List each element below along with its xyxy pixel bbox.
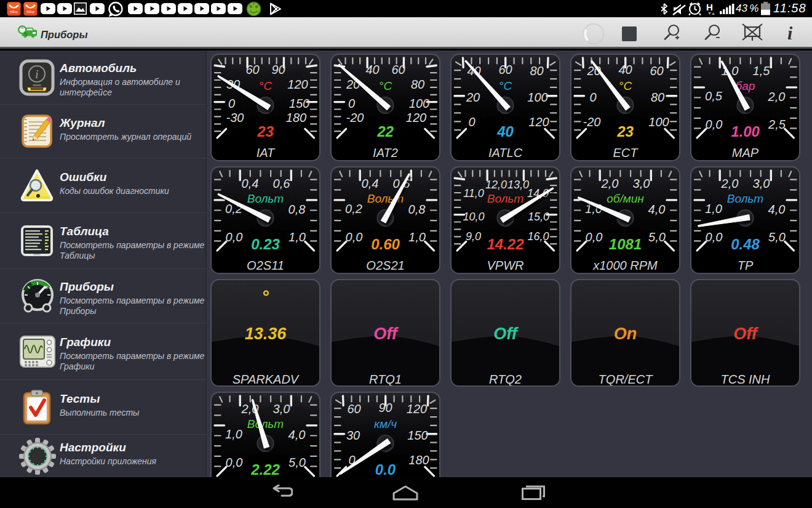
- svg-text:2,5: 2,5: [768, 118, 786, 131]
- svg-text:IATLC: IATLC: [488, 146, 523, 159]
- svg-text:1,5: 1,5: [753, 64, 771, 78]
- svg-text:0.23: 0.23: [251, 236, 280, 252]
- svg-text:Off: Off: [733, 325, 759, 343]
- svg-text:TQR/ECT: TQR/ECT: [599, 373, 654, 386]
- svg-text:0,5: 0,5: [705, 89, 723, 103]
- svg-text:120: 120: [407, 402, 427, 416]
- svg-text:1,0: 1,0: [408, 230, 426, 244]
- svg-text:80: 80: [411, 78, 424, 91]
- svg-text:O2S11: O2S11: [247, 259, 284, 272]
- svg-text:SPARKADV: SPARKADV: [233, 373, 300, 386]
- svg-text:°C: °C: [379, 79, 392, 92]
- svg-text:120: 120: [406, 111, 426, 124]
- svg-text:10,0: 10,0: [463, 211, 484, 223]
- svg-text:3,0: 3,0: [753, 177, 770, 190]
- svg-text:RTQ1: RTQ1: [369, 373, 402, 386]
- svg-text:16,0: 16,0: [527, 230, 549, 243]
- svg-text:100: 100: [409, 97, 429, 110]
- svg-text:0.0: 0.0: [375, 461, 396, 478]
- svg-text:4,0: 4,0: [648, 203, 666, 216]
- svg-text:IAT2: IAT2: [373, 146, 398, 159]
- svg-text:ECT: ECT: [613, 146, 639, 159]
- svg-text:100: 100: [527, 91, 547, 104]
- svg-text:180: 180: [408, 453, 429, 467]
- svg-text:0,0: 0,0: [586, 230, 603, 244]
- svg-text:5,0: 5,0: [768, 230, 786, 244]
- svg-text:2.22: 2.22: [250, 461, 280, 478]
- svg-text:5,0: 5,0: [289, 456, 306, 469]
- svg-text:40: 40: [618, 63, 632, 76]
- svg-text:км/ч: км/ч: [374, 417, 397, 430]
- svg-text:4,0: 4,0: [289, 428, 306, 441]
- svg-text:0,8: 0,8: [408, 203, 426, 216]
- svg-text:120: 120: [528, 115, 549, 129]
- svg-text:0,0: 0,0: [226, 230, 243, 244]
- svg-text:0.48: 0.48: [731, 236, 760, 252]
- svg-text:1,0: 1,0: [289, 230, 306, 244]
- svg-text:0,0: 0,0: [706, 230, 723, 244]
- svg-text:Вольт: Вольт: [247, 192, 284, 205]
- svg-text:Вольт: Вольт: [727, 192, 763, 205]
- svg-text:22: 22: [376, 123, 394, 140]
- svg-text:On: On: [614, 325, 637, 343]
- svg-text:80: 80: [530, 64, 543, 78]
- svg-text:0.60: 0.60: [371, 236, 400, 252]
- svg-text:80: 80: [651, 91, 664, 104]
- svg-text:IAT: IAT: [257, 146, 276, 159]
- svg-text:150: 150: [289, 97, 309, 110]
- svg-text:60: 60: [650, 64, 663, 78]
- svg-text:0,4: 0,4: [242, 177, 259, 190]
- svg-text:23: 23: [616, 123, 634, 140]
- svg-text:11,0: 11,0: [463, 187, 484, 200]
- svg-text:40: 40: [496, 123, 514, 140]
- svg-text:1.00: 1.00: [731, 123, 760, 140]
- svg-text:°C: °C: [259, 79, 273, 92]
- svg-text:120: 120: [287, 78, 308, 91]
- svg-text:14.22: 14.22: [487, 236, 524, 252]
- svg-text:60: 60: [347, 402, 360, 416]
- svg-text:-20: -20: [346, 111, 364, 124]
- svg-text:об/мин: об/мин: [607, 192, 644, 205]
- svg-text:TCS INH: TCS INH: [721, 373, 771, 386]
- svg-text:0,0: 0,0: [346, 230, 363, 244]
- svg-text:0: 0: [348, 97, 355, 110]
- svg-text:0,2: 0,2: [345, 202, 362, 216]
- svg-text:13.36: 13.36: [245, 325, 287, 343]
- svg-text:0: 0: [468, 115, 475, 129]
- svg-text:Off: Off: [493, 325, 519, 343]
- svg-text:Off: Off: [373, 325, 399, 343]
- svg-text:0,0: 0,0: [226, 456, 243, 469]
- svg-text:0: 0: [228, 97, 235, 110]
- svg-text:90: 90: [378, 401, 392, 414]
- svg-text:3,0: 3,0: [273, 402, 290, 416]
- svg-text:0,6: 0,6: [273, 177, 291, 190]
- svg-text:60: 60: [245, 63, 259, 76]
- svg-text:100: 100: [648, 115, 669, 129]
- svg-text:O2S21: O2S21: [366, 259, 404, 272]
- svg-text:-30: -30: [226, 111, 244, 124]
- svg-text:-20: -20: [583, 115, 601, 129]
- svg-text:30: 30: [346, 429, 360, 442]
- svg-text:5,0: 5,0: [648, 230, 666, 244]
- svg-text:1,0: 1,0: [225, 427, 242, 441]
- svg-text:12,0: 12,0: [485, 179, 507, 191]
- svg-text:60: 60: [391, 63, 405, 76]
- svg-text:2,0: 2,0: [768, 90, 786, 103]
- svg-text:Вольт: Вольт: [487, 192, 523, 205]
- svg-text:2,0: 2,0: [721, 177, 739, 190]
- svg-text:4,0: 4,0: [768, 203, 786, 216]
- svg-text:0: 0: [589, 91, 596, 104]
- svg-text:0,0: 0,0: [706, 118, 723, 131]
- svg-text:1,0: 1,0: [705, 202, 722, 216]
- svg-text:VPWR: VPWR: [487, 259, 524, 272]
- svg-text:RTQ2: RTQ2: [489, 373, 522, 386]
- svg-text:2,0: 2,0: [601, 177, 619, 190]
- svg-text:15,0: 15,0: [528, 211, 549, 223]
- svg-text:MAP: MAP: [732, 146, 759, 159]
- svg-text:60: 60: [498, 63, 512, 76]
- svg-text:Вольт: Вольт: [247, 417, 284, 430]
- svg-text:°C: °C: [619, 79, 632, 92]
- svg-text:9,0: 9,0: [466, 230, 481, 243]
- svg-text:0,8: 0,8: [289, 203, 306, 216]
- svg-text:180: 180: [286, 111, 306, 124]
